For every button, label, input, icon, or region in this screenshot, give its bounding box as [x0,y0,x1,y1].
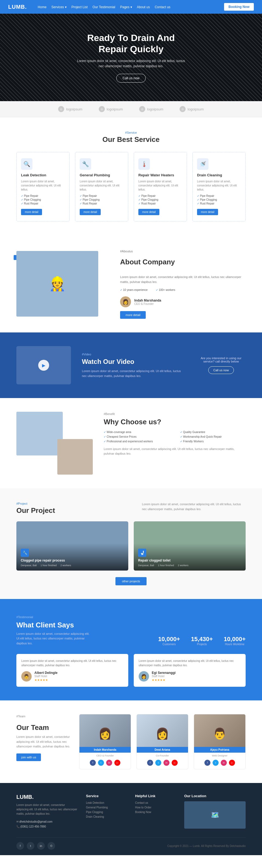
why-title: Why Choose us? [104,418,246,426]
video-cta-button[interactable]: Call us now [208,366,234,374]
service-card-drain: 🚿 Drain Cleaning Lorem ipsum dolor sit a… [192,152,246,221]
team-name-3: Ajayu Putriana [194,747,246,753]
logo-item: ⊙ logoipsum [99,106,123,112]
testimonial-text-2: Lorem ipsum dolor sit amet, consectetur … [139,659,241,668]
nav-link-services[interactable]: Services ▾ [51,5,66,9]
instagram-icon[interactable]: in [106,760,112,766]
play-button[interactable]: ▶ [38,360,49,371]
footer-copyright: Copyright © 2021 — Lumb. All Rights Rese… [167,844,246,847]
service-card-heater: 🌡️ Repair Water Heaters Lorem ipsum dolo… [134,152,187,221]
instagram-icon[interactable]: in [221,760,227,766]
service-list: Pipe Repair Pipe Clogging Rust Repair [138,194,182,205]
projects-header-right: Lorem ipsum dolor sit amet, consectetur … [142,502,246,512]
projects-more-button[interactable]: other projects [115,577,147,585]
nav-link-home[interactable]: Home [38,5,46,9]
stat-num-projects: 15,430+ [191,636,213,643]
service-more-button[interactable]: more detail [80,209,101,215]
stat-customers: 10,000+ Customers [158,636,180,646]
nav-link-testimonial[interactable]: Our Testimonial [92,5,115,9]
founder-name: Indah Marshanda [134,299,161,302]
footer-contact: ✉ dhetchdrstudio@gmail.com 📞 (0361) 123 … [16,819,78,829]
youtube-icon[interactable]: ▷ [229,760,235,766]
team-join-button[interactable]: join with us [16,753,41,761]
nav-link-about[interactable]: About us [137,5,150,9]
footer-helpful-list: Contact us How to Order Booking Now [135,801,176,814]
about-image: 👷 [16,251,98,317]
footer-service-item: Leak Detection [86,801,127,804]
team-title: Our Team [16,723,71,732]
team-card-3: 👨 Ajayu Putriana Web Designer f t in ▷ [194,714,246,769]
footer-service-list: Leak Detection General Plumbing Pipe Clo… [86,801,127,818]
hero-cta-button[interactable]: Call us now [116,74,146,83]
project-card-1: 🔧 Clogged pipe repair process Denpasar, … [16,521,128,570]
why-check: Wide-coverage area [104,431,169,434]
logo-icon: ⊙ [180,106,186,112]
twitter-icon[interactable]: t [98,760,104,766]
leak-detection-icon: 🔍 [21,158,33,170]
about-more-button[interactable]: more detail [120,311,146,319]
why-image-2 [57,439,93,474]
service-more-button[interactable]: more detail [138,209,159,215]
service-more-button[interactable]: more detail [21,209,42,215]
video-description: Lorem ipsum dolor sit amet, consectetur … [82,369,186,378]
team-member-img-3: 👨 Ajayu Putriana [194,714,246,753]
facebook-icon[interactable]: f [204,760,211,766]
footer-twitter-icon[interactable]: t [27,842,34,850]
nav-link-pages[interactable]: Pages ▾ [120,5,132,9]
booking-button[interactable]: Booking Now [224,3,254,11]
testimonial-footer-2: 👩 Egi Serenanggi Staff Hotel ★★★★★ [139,671,241,682]
facebook-icon[interactable]: f [90,760,96,766]
testimonials-section-label: #Testimonial [16,615,93,620]
logo-icon: ⊙ [58,106,64,112]
facebook-icon[interactable]: f [147,760,153,766]
list-item: Pipe Repair [138,194,182,197]
service-list: Pipe Repair Pipe Clogging Rust Repair [21,194,65,205]
footer-other-icon[interactable]: © [47,842,55,850]
list-item: Pipe Clogging [197,198,241,201]
twitter-icon[interactable]: t [213,760,219,766]
project-time-1: 1 hour finished [41,564,57,567]
video-cta: Are you interested in using our service?… [196,356,246,374]
hero-section: Ready To Drain AndRepair Quickly Lorem i… [0,14,262,101]
stat-label-projects: Projects [191,643,213,646]
logo-item: ⊙ logoipsum [180,106,203,112]
project-icon-1: 🔧 [21,549,29,557]
testimonial-avatar-2: 👩 [139,671,149,682]
service-title: Drain Cleaning [197,173,241,177]
stats-row: 10,000+ Customers 15,430+ Projects 10,00… [158,636,246,646]
instagram-icon[interactable]: in [163,760,170,766]
youtube-icon[interactable]: ▷ [114,760,120,766]
project-workers-2: 2 workers [178,564,189,567]
testimonial-info-1: Albert Delingle Staff Hotel ★★★★★ [34,671,58,682]
list-item: Pipe Repair [80,194,124,197]
drain-icon: 🚿 [197,158,209,170]
services-grid: 🔍 Leak Detection Lorem ipsum dolor sit a… [16,152,246,221]
footer-linkedin-icon[interactable]: in [37,842,45,850]
about-description: Lorem ipsum dolor sit amet, consectetur … [120,275,246,285]
why-image-1 [16,412,63,456]
nav-link-projects[interactable]: Project List [72,5,87,9]
logo-text: logoipsum [107,107,123,111]
team-section-label: #Team [16,714,71,719]
service-desc: Lorem ipsum dolor sit amet, consectetur … [21,179,65,192]
navbar: LUMB. Home Services ▾ Project List Our T… [0,0,262,14]
video-content: #Video Watch Our Video Lorem ipsum dolor… [82,352,186,379]
about-founder: 👩 Indah Marshanda CEO & Founder [120,296,246,307]
team-name-1: Indah Marshanda [79,747,131,753]
footer-map: 🗺️ [184,801,246,829]
about-check-experience: 10 years experience [120,288,148,291]
stat-num-hours: 10,000+ [224,636,246,643]
about-content: #Aboutus About Company Lorem ipsum dolor… [120,249,246,319]
nav-logo: LUMB. [8,4,27,10]
service-more-button[interactable]: more detail [197,209,218,215]
testimonials-header-left: #Testimonial What Client Says Lorem ipsu… [16,613,93,646]
why-check: Friendly Workers [180,440,246,443]
logo-item: ⊙ logoipsum [139,106,163,112]
nav-link-contact[interactable]: Contact us [155,5,170,9]
twitter-icon[interactable]: t [155,760,161,766]
nav-links: Home Services ▾ Project List Our Testimo… [38,5,224,9]
footer-facebook-icon[interactable]: f [16,842,24,850]
why-checks-grid: Wide-coverage area Quality Guarantee Che… [104,431,246,443]
youtube-icon[interactable]: ▷ [172,760,178,766]
testimonials-title: What Client Says [16,621,93,629]
